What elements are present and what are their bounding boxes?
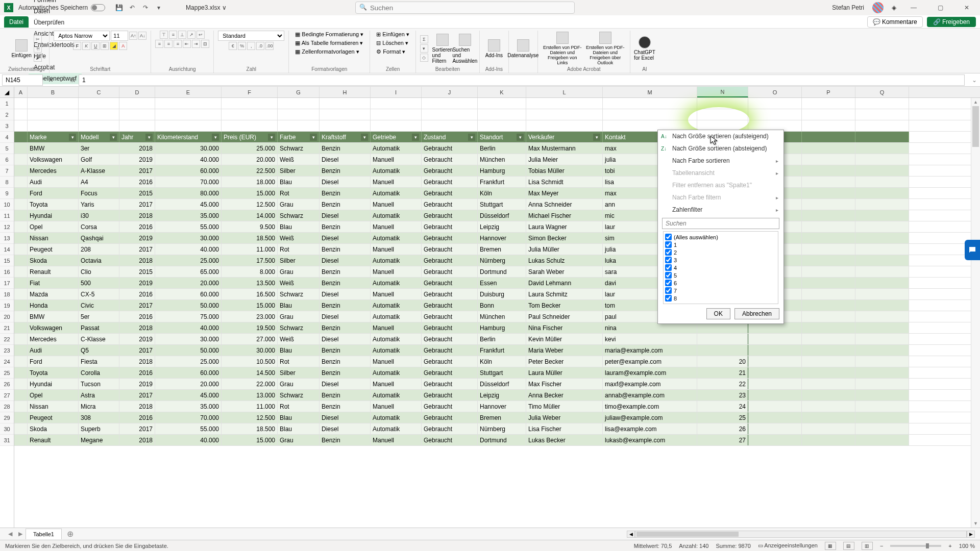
diamond-icon[interactable]: ◈ bbox=[892, 4, 896, 11]
cell[interactable] bbox=[28, 109, 79, 120]
cell[interactable]: Diesel bbox=[320, 412, 371, 423]
cell[interactable] bbox=[14, 367, 28, 378]
cell[interactable]: 20.000 bbox=[155, 379, 222, 389]
cell[interactable]: Diesel bbox=[320, 289, 371, 299]
scroll-left-icon[interactable]: ◀ bbox=[627, 531, 635, 538]
cell[interactable]: Manuell bbox=[371, 401, 422, 412]
cell[interactable] bbox=[855, 322, 909, 333]
cell[interactable]: 208 bbox=[79, 244, 119, 255]
cell[interactable]: Toyota bbox=[28, 367, 79, 378]
cell[interactable]: Blau bbox=[278, 221, 320, 232]
merge-icon[interactable]: ⊟ bbox=[201, 40, 209, 48]
cell[interactable] bbox=[748, 356, 802, 367]
row-header[interactable]: 26 bbox=[0, 379, 14, 390]
cell[interactable]: Q5 bbox=[79, 345, 119, 356]
cell[interactable]: 22.500 bbox=[222, 165, 278, 176]
cell[interactable]: Automatik bbox=[371, 188, 422, 198]
wrap-text-icon[interactable]: ↩ bbox=[197, 31, 205, 39]
table-header-cell[interactable]: Jahr▾ bbox=[119, 132, 155, 142]
cell[interactable]: Silber bbox=[278, 165, 320, 176]
save-icon[interactable]: 💾 bbox=[113, 2, 125, 13]
border-icon[interactable]: ⊞ bbox=[101, 42, 109, 50]
table-row[interactable]: SkodaOctavia201825.00017.500SilberDiesel… bbox=[14, 255, 980, 266]
align-bottom-icon[interactable]: ⊥ bbox=[178, 31, 186, 39]
cell[interactable]: Blau bbox=[278, 412, 320, 423]
cell[interactable] bbox=[222, 109, 278, 120]
table-row[interactable]: AudiQ5201750.00030.000BlauBenzinAutomati… bbox=[14, 345, 980, 356]
cell[interactable] bbox=[855, 177, 909, 187]
cell[interactable]: Julia Müller bbox=[526, 244, 603, 255]
tab-file[interactable]: Datei bbox=[4, 16, 29, 28]
cell[interactable]: maria@example.com bbox=[603, 345, 697, 356]
cell[interactable]: Laura Wagner bbox=[526, 221, 603, 232]
cell[interactable]: Tobias Müller bbox=[526, 165, 603, 176]
cell[interactable]: 500 bbox=[79, 278, 119, 288]
cell[interactable]: Automatik bbox=[371, 334, 422, 344]
cell[interactable]: Gebraucht bbox=[422, 367, 478, 378]
cell[interactable]: Julia Weber bbox=[526, 412, 603, 423]
table-header-cell[interactable]: Farbe▾ bbox=[278, 132, 320, 142]
sort-by-color-item[interactable]: Nach Farbe sortieren▸ bbox=[658, 155, 783, 167]
cell[interactable]: 13.000 bbox=[222, 390, 278, 400]
redo-icon[interactable]: ↷ bbox=[140, 2, 151, 13]
cell[interactable] bbox=[802, 233, 855, 243]
cell[interactable]: timo@example.com bbox=[603, 401, 697, 412]
cell[interactable] bbox=[14, 210, 28, 221]
format-as-table-button[interactable]: ▦ Als Tabelle formatieren ▾ bbox=[293, 39, 365, 47]
horizontal-scrollbar[interactable]: ◀ ▶ bbox=[79, 531, 975, 538]
cell[interactable]: Tom Becker bbox=[526, 300, 603, 311]
cell[interactable]: Gebraucht bbox=[422, 221, 478, 232]
cell[interactable] bbox=[278, 98, 320, 109]
cell[interactable]: 2019 bbox=[119, 334, 155, 344]
cell[interactable]: 22.000 bbox=[222, 379, 278, 389]
cell[interactable]: 23.000 bbox=[222, 311, 278, 322]
filter-value-checkbox[interactable]: 7 bbox=[665, 287, 776, 294]
cell[interactable] bbox=[855, 154, 909, 165]
cell[interactable]: Manuell bbox=[371, 221, 422, 232]
cell[interactable]: Benzin bbox=[320, 188, 371, 198]
cell[interactable]: 5er bbox=[79, 311, 119, 322]
cell[interactable]: 40.000 bbox=[155, 322, 222, 333]
cell[interactable] bbox=[855, 356, 909, 367]
cell[interactable]: 30.000 bbox=[222, 345, 278, 356]
filter-ok-button[interactable]: OK bbox=[706, 308, 730, 319]
cell[interactable] bbox=[855, 132, 909, 142]
cell[interactable]: Toyota bbox=[28, 199, 79, 210]
cell[interactable]: Rot bbox=[278, 244, 320, 255]
cell[interactable] bbox=[603, 98, 697, 109]
orientation-icon[interactable]: ↗ bbox=[187, 31, 195, 39]
table-row[interactable] bbox=[14, 98, 980, 109]
cell[interactable] bbox=[855, 345, 909, 356]
cell[interactable]: 40.000 bbox=[155, 154, 222, 165]
cell[interactable]: 3er bbox=[79, 143, 119, 154]
cell[interactable]: Nina Fischer bbox=[526, 322, 603, 333]
cell[interactable]: 16.500 bbox=[222, 289, 278, 299]
cell[interactable]: 2017 bbox=[119, 244, 155, 255]
row-header[interactable]: 22 bbox=[0, 334, 14, 345]
cell[interactable] bbox=[855, 120, 909, 131]
cell[interactable]: Bremen bbox=[478, 244, 526, 255]
table-header-cell[interactable]: Kilometerstand▾ bbox=[155, 132, 222, 142]
cell[interactable]: Micra bbox=[79, 401, 119, 412]
cell[interactable] bbox=[802, 345, 855, 356]
cell[interactable] bbox=[697, 345, 748, 356]
cell[interactable] bbox=[14, 435, 28, 445]
cell[interactable]: Benzin bbox=[320, 143, 371, 154]
cell[interactable]: München bbox=[478, 311, 526, 322]
cell[interactable]: Automatik bbox=[371, 143, 422, 154]
table-header-cell[interactable]: Getriebe▾ bbox=[371, 132, 422, 142]
cell[interactable]: 35.000 bbox=[155, 210, 222, 221]
cell[interactable]: Diesel bbox=[320, 233, 371, 243]
row-header[interactable]: 3 bbox=[0, 120, 14, 132]
cell[interactable]: 70.000 bbox=[155, 177, 222, 187]
cell[interactable]: Focus bbox=[79, 188, 119, 198]
cell[interactable] bbox=[748, 435, 802, 445]
cell[interactable]: 2017 bbox=[119, 423, 155, 434]
cell[interactable]: 20 bbox=[697, 356, 748, 367]
cell[interactable]: Stuttgart bbox=[478, 199, 526, 210]
cell[interactable]: Gebraucht bbox=[422, 255, 478, 266]
cell[interactable]: 2016 bbox=[119, 412, 155, 423]
cell[interactable]: 65.000 bbox=[155, 266, 222, 277]
row-header[interactable]: 6 bbox=[0, 154, 14, 165]
cell[interactable]: Gebraucht bbox=[422, 143, 478, 154]
